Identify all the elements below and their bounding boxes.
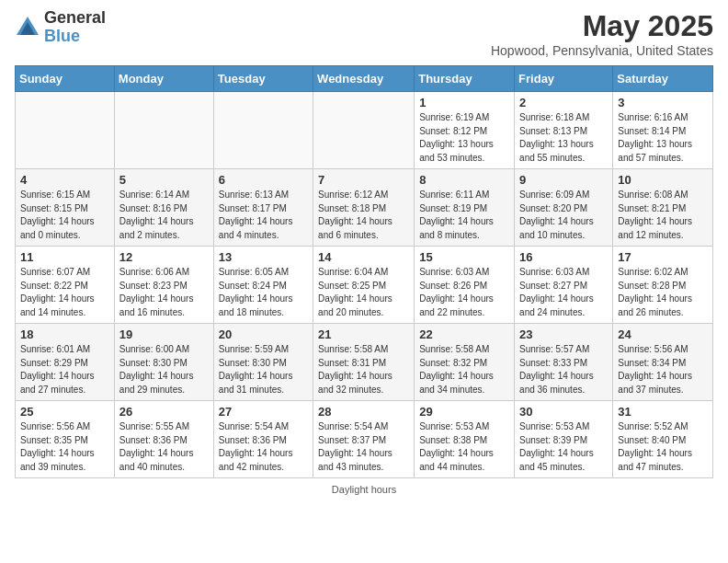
day-number: 1: [419, 96, 509, 109]
day-info: Sunrise: 6:11 AMSunset: 8:19 PMDaylight:…: [419, 189, 509, 242]
logo-line2: Blue: [44, 28, 106, 46]
calendar-cell: 30Sunrise: 5:53 AMSunset: 8:39 PMDayligh…: [515, 401, 613, 478]
calendar-week-3: 11Sunrise: 6:07 AMSunset: 8:22 PMDayligh…: [16, 247, 713, 324]
calendar-cell: 28Sunrise: 5:54 AMSunset: 8:37 PMDayligh…: [313, 401, 415, 478]
day-number: 16: [519, 250, 608, 264]
day-number: 17: [618, 250, 708, 264]
day-number: 13: [219, 250, 308, 264]
day-info: Sunrise: 5:52 AMSunset: 8:40 PMDaylight:…: [618, 420, 708, 474]
calendar-cell: 25Sunrise: 5:56 AMSunset: 8:35 PMDayligh…: [16, 401, 115, 478]
day-info: Sunrise: 6:08 AMSunset: 8:21 PMDaylight:…: [618, 189, 708, 242]
calendar-cell: 7Sunrise: 6:12 AMSunset: 8:18 PMDaylight…: [313, 169, 415, 247]
day-info: Sunrise: 6:03 AMSunset: 8:27 PMDaylight:…: [519, 266, 608, 319]
column-header-sunday: Sunday: [16, 66, 115, 92]
day-info: Sunrise: 6:04 AMSunset: 8:25 PMDaylight:…: [318, 266, 409, 319]
day-info: Sunrise: 6:15 AMSunset: 8:15 PMDaylight:…: [20, 189, 109, 242]
day-info: Sunrise: 5:56 AMSunset: 8:35 PMDaylight:…: [20, 420, 109, 474]
day-number: 8: [419, 173, 509, 187]
calendar-cell: 3Sunrise: 6:16 AMSunset: 8:14 PMDaylight…: [613, 92, 713, 169]
day-number: 24: [618, 327, 708, 341]
day-info: Sunrise: 6:14 AMSunset: 8:16 PMDaylight:…: [119, 189, 209, 242]
day-info: Sunrise: 5:58 AMSunset: 8:31 PMDaylight:…: [318, 343, 409, 396]
calendar-cell: 27Sunrise: 5:54 AMSunset: 8:36 PMDayligh…: [213, 401, 313, 478]
title-block: May 2025 Hopwood, Pennsylvania, United S…: [491, 9, 713, 58]
day-info: Sunrise: 5:58 AMSunset: 8:32 PMDaylight:…: [419, 343, 509, 396]
calendar-cell: 9Sunrise: 6:09 AMSunset: 8:20 PMDaylight…: [515, 169, 613, 247]
calendar-week-5: 25Sunrise: 5:56 AMSunset: 8:35 PMDayligh…: [16, 401, 713, 478]
day-number: 10: [618, 173, 708, 187]
day-info: Sunrise: 5:55 AMSunset: 8:36 PMDaylight:…: [119, 420, 209, 474]
day-info: Sunrise: 5:56 AMSunset: 8:34 PMDaylight:…: [618, 343, 708, 396]
day-info: Sunrise: 5:57 AMSunset: 8:33 PMDaylight:…: [519, 343, 608, 396]
calendar-cell: 16Sunrise: 6:03 AMSunset: 8:27 PMDayligh…: [515, 247, 613, 324]
day-number: 14: [318, 250, 409, 264]
logo: General Blue: [15, 9, 106, 46]
footer-note: Daylight hours: [15, 484, 713, 495]
calendar-cell: 10Sunrise: 6:08 AMSunset: 8:21 PMDayligh…: [613, 169, 713, 247]
calendar-cell: 19Sunrise: 6:00 AMSunset: 8:30 PMDayligh…: [114, 324, 213, 401]
day-number: 18: [20, 327, 109, 341]
calendar-cell: 13Sunrise: 6:05 AMSunset: 8:24 PMDayligh…: [213, 247, 313, 324]
calendar-cell: 18Sunrise: 6:01 AMSunset: 8:29 PMDayligh…: [16, 324, 115, 401]
calendar-cell: 23Sunrise: 5:57 AMSunset: 8:33 PMDayligh…: [515, 324, 613, 401]
day-info: Sunrise: 6:18 AMSunset: 8:13 PMDaylight:…: [519, 111, 608, 165]
column-header-saturday: Saturday: [613, 66, 713, 92]
page: General Blue May 2025 Hopwood, Pennsylva…: [0, 0, 728, 510]
calendar-cell: 17Sunrise: 6:02 AMSunset: 8:28 PMDayligh…: [613, 247, 713, 324]
day-info: Sunrise: 6:01 AMSunset: 8:29 PMDaylight:…: [20, 343, 109, 396]
day-info: Sunrise: 5:54 AMSunset: 8:37 PMDaylight:…: [318, 420, 409, 474]
day-number: 15: [419, 250, 509, 264]
calendar-cell: 5Sunrise: 6:14 AMSunset: 8:16 PMDaylight…: [114, 169, 213, 247]
day-info: Sunrise: 5:53 AMSunset: 8:39 PMDaylight:…: [519, 420, 608, 474]
day-number: 21: [318, 327, 409, 341]
column-header-thursday: Thursday: [415, 66, 515, 92]
day-info: Sunrise: 6:02 AMSunset: 8:28 PMDaylight:…: [618, 266, 708, 319]
calendar-cell: 26Sunrise: 5:55 AMSunset: 8:36 PMDayligh…: [114, 401, 213, 478]
day-info: Sunrise: 6:12 AMSunset: 8:18 PMDaylight:…: [318, 189, 409, 242]
calendar-cell: 11Sunrise: 6:07 AMSunset: 8:22 PMDayligh…: [16, 247, 115, 324]
calendar-cell: [313, 92, 415, 169]
calendar-cell: 2Sunrise: 6:18 AMSunset: 8:13 PMDaylight…: [515, 92, 613, 169]
column-header-friday: Friday: [515, 66, 613, 92]
day-number: 2: [519, 96, 608, 109]
logo-icon: [15, 15, 40, 40]
day-number: 9: [519, 173, 608, 187]
day-number: 11: [20, 250, 109, 264]
calendar-cell: [16, 92, 115, 169]
day-info: Sunrise: 6:07 AMSunset: 8:22 PMDaylight:…: [20, 266, 109, 319]
day-info: Sunrise: 5:59 AMSunset: 8:30 PMDaylight:…: [219, 343, 308, 396]
calendar-cell: 14Sunrise: 6:04 AMSunset: 8:25 PMDayligh…: [313, 247, 415, 324]
calendar-cell: 22Sunrise: 5:58 AMSunset: 8:32 PMDayligh…: [415, 324, 515, 401]
calendar-cell: 8Sunrise: 6:11 AMSunset: 8:19 PMDaylight…: [415, 169, 515, 247]
day-number: 23: [519, 327, 608, 341]
column-header-tuesday: Tuesday: [213, 66, 313, 92]
calendar-cell: [114, 92, 213, 169]
calendar-cell: 4Sunrise: 6:15 AMSunset: 8:15 PMDaylight…: [16, 169, 115, 247]
day-number: 4: [20, 173, 109, 187]
day-number: 7: [318, 173, 409, 187]
day-number: 20: [219, 327, 308, 341]
calendar-week-4: 18Sunrise: 6:01 AMSunset: 8:29 PMDayligh…: [16, 324, 713, 401]
day-number: 12: [119, 250, 209, 264]
day-info: Sunrise: 6:19 AMSunset: 8:12 PMDaylight:…: [419, 111, 509, 165]
calendar-cell: 1Sunrise: 6:19 AMSunset: 8:12 PMDaylight…: [415, 92, 515, 169]
day-info: Sunrise: 6:06 AMSunset: 8:23 PMDaylight:…: [119, 266, 209, 319]
day-number: 25: [20, 405, 109, 419]
day-number: 31: [618, 405, 708, 419]
day-number: 29: [419, 405, 509, 419]
calendar-cell: [213, 92, 313, 169]
logo-line1: General: [44, 9, 106, 28]
calendar-cell: 21Sunrise: 5:58 AMSunset: 8:31 PMDayligh…: [313, 324, 415, 401]
day-number: 22: [419, 327, 509, 341]
calendar-cell: 20Sunrise: 5:59 AMSunset: 8:30 PMDayligh…: [213, 324, 313, 401]
day-number: 30: [519, 405, 608, 419]
calendar-table: SundayMondayTuesdayWednesdayThursdayFrid…: [15, 65, 713, 478]
column-header-wednesday: Wednesday: [313, 66, 415, 92]
day-number: 3: [618, 96, 708, 109]
day-number: 6: [219, 173, 308, 187]
calendar-week-1: 1Sunrise: 6:19 AMSunset: 8:12 PMDaylight…: [16, 92, 713, 169]
day-info: Sunrise: 5:53 AMSunset: 8:38 PMDaylight:…: [419, 420, 509, 474]
calendar-header-row: SundayMondayTuesdayWednesdayThursdayFrid…: [16, 66, 713, 92]
subtitle: Hopwood, Pennsylvania, United States: [491, 43, 713, 58]
logo-text: General Blue: [44, 9, 106, 46]
